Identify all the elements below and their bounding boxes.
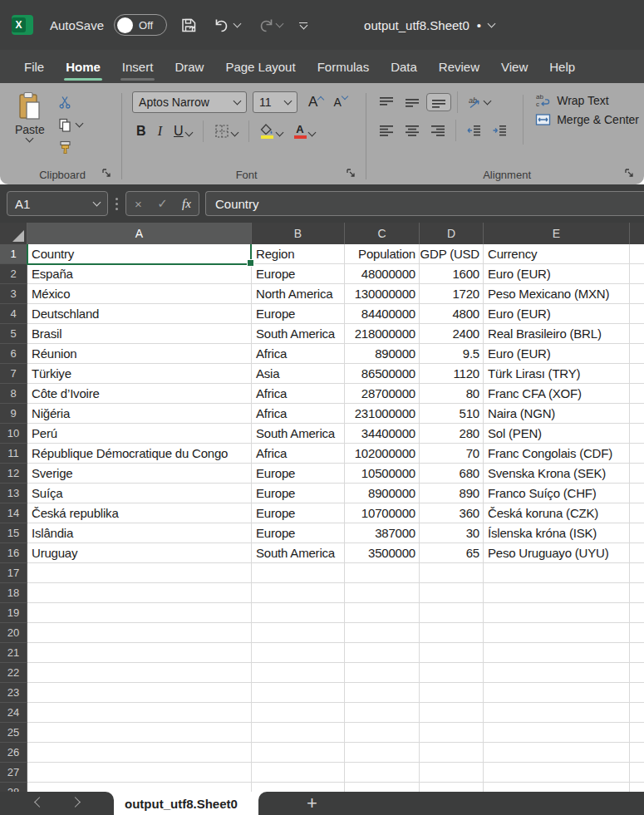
cell-A26[interactable] bbox=[27, 743, 252, 763]
tab-draw[interactable]: Draw bbox=[164, 50, 214, 83]
tab-file[interactable]: File bbox=[13, 50, 55, 83]
cell-F10[interactable] bbox=[630, 424, 644, 444]
underline-button[interactable]: U bbox=[170, 122, 196, 140]
increase-indent-button[interactable] bbox=[488, 122, 511, 139]
cell-D20[interactable] bbox=[420, 623, 484, 643]
row-header-22[interactable]: 22 bbox=[0, 663, 27, 683]
cell-A22[interactable] bbox=[27, 663, 252, 683]
cell-E18[interactable] bbox=[484, 583, 630, 603]
cell-E26[interactable] bbox=[484, 743, 630, 763]
cell-F11[interactable] bbox=[630, 444, 644, 464]
cell-E23[interactable] bbox=[484, 683, 630, 703]
cell-A3[interactable]: México bbox=[27, 284, 252, 304]
cell-A10[interactable]: Perú bbox=[27, 424, 252, 444]
cell-D17[interactable] bbox=[420, 563, 484, 583]
cell-D7[interactable]: 1120 bbox=[420, 364, 484, 384]
excel-logo-icon[interactable]: X bbox=[12, 15, 33, 35]
cell-A12[interactable]: Sverige bbox=[27, 464, 252, 484]
tab-view[interactable]: View bbox=[490, 50, 538, 83]
column-header-C[interactable]: C bbox=[345, 223, 420, 244]
cell-B13[interactable]: Europe bbox=[252, 484, 345, 503]
paste-button[interactable]: Paste bbox=[8, 90, 52, 156]
cell-C10[interactable]: 34400000 bbox=[345, 424, 420, 444]
cell-C13[interactable]: 8900000 bbox=[345, 484, 420, 503]
formula-input[interactable]: Country bbox=[205, 191, 644, 216]
cut-button[interactable] bbox=[58, 93, 82, 111]
cell-D27[interactable] bbox=[420, 763, 484, 783]
tab-review[interactable]: Review bbox=[428, 50, 490, 83]
column-header-A[interactable]: A bbox=[27, 223, 252, 244]
cell-E25[interactable] bbox=[484, 723, 630, 743]
font-color-button[interactable]: A bbox=[290, 122, 319, 140]
cell-C8[interactable]: 28700000 bbox=[345, 384, 420, 404]
cell-C25[interactable] bbox=[345, 723, 420, 743]
next-sheet-button[interactable] bbox=[70, 797, 81, 808]
cell-C11[interactable]: 102000000 bbox=[345, 444, 420, 464]
cell-E11[interactable]: Franc Congolais (CDF) bbox=[484, 444, 630, 464]
cell-F21[interactable] bbox=[630, 643, 644, 663]
cell-D6[interactable]: 9.5 bbox=[420, 344, 484, 364]
cell-D22[interactable] bbox=[420, 663, 484, 683]
row-header-16[interactable]: 16 bbox=[0, 543, 27, 563]
cell-A18[interactable] bbox=[27, 583, 252, 603]
font-name-combo[interactable]: Aptos Narrow bbox=[132, 91, 247, 113]
cell-D3[interactable]: 1720 bbox=[420, 284, 484, 304]
cell-E2[interactable]: Euro (EUR) bbox=[484, 264, 630, 284]
cell-D15[interactable]: 30 bbox=[420, 523, 484, 543]
cell-B25[interactable] bbox=[252, 723, 345, 743]
cell-D5[interactable]: 2400 bbox=[420, 324, 484, 344]
cell-B4[interactable]: Europe bbox=[252, 304, 345, 324]
align-right-button[interactable] bbox=[426, 122, 450, 139]
cell-E5[interactable]: Real Brasileiro (BRL) bbox=[484, 324, 630, 344]
cell-E8[interactable]: Franc CFA (XOF) bbox=[484, 384, 630, 404]
cell-A28[interactable] bbox=[27, 783, 252, 792]
active-sheet-tab[interactable]: output_utf8.Sheet0 bbox=[114, 792, 257, 815]
row-header-3[interactable]: 3 bbox=[0, 284, 27, 304]
cell-E10[interactable]: Sol (PEN) bbox=[484, 424, 630, 444]
cell-B28[interactable] bbox=[252, 783, 345, 792]
cell-E20[interactable] bbox=[484, 623, 630, 643]
cell-D11[interactable]: 70 bbox=[420, 444, 484, 464]
cell-B11[interactable]: Africa bbox=[252, 444, 345, 464]
cell-E1[interactable]: Currency bbox=[484, 244, 630, 264]
cell-D12[interactable]: 680 bbox=[420, 464, 484, 484]
cell-F23[interactable] bbox=[630, 683, 644, 703]
tab-formulas[interactable]: Formulas bbox=[307, 50, 381, 83]
cell-F28[interactable] bbox=[630, 783, 644, 792]
cell-F22[interactable] bbox=[630, 663, 644, 683]
cell-C26[interactable] bbox=[345, 743, 420, 763]
row-header-10[interactable]: 10 bbox=[0, 424, 27, 444]
row-header-21[interactable]: 21 bbox=[0, 643, 27, 663]
cell-A20[interactable] bbox=[27, 623, 252, 643]
row-header-14[interactable]: 14 bbox=[0, 503, 27, 523]
row-header-2[interactable]: 2 bbox=[0, 264, 27, 284]
cell-A2[interactable]: España bbox=[27, 264, 252, 284]
cell-C28[interactable] bbox=[345, 783, 420, 792]
cell-F15[interactable] bbox=[630, 523, 644, 543]
cell-F19[interactable] bbox=[630, 603, 644, 623]
cell-A24[interactable] bbox=[27, 703, 252, 723]
cell-A21[interactable] bbox=[27, 643, 252, 663]
cell-F1[interactable] bbox=[630, 244, 644, 264]
row-header-12[interactable]: 12 bbox=[0, 464, 27, 484]
tab-help[interactable]: Help bbox=[538, 50, 586, 83]
cell-E22[interactable] bbox=[484, 663, 630, 683]
select-all-button[interactable] bbox=[0, 223, 27, 244]
format-painter-button[interactable] bbox=[58, 138, 82, 156]
row-header-8[interactable]: 8 bbox=[0, 384, 27, 404]
cell-C20[interactable] bbox=[345, 623, 420, 643]
cell-E6[interactable]: Euro (EUR) bbox=[484, 344, 630, 364]
cell-D9[interactable]: 510 bbox=[420, 404, 484, 424]
cell-A13[interactable]: Suíça bbox=[27, 484, 252, 503]
cell-F4[interactable] bbox=[630, 304, 644, 324]
prev-sheet-button[interactable] bbox=[34, 797, 45, 808]
tab-page-layout[interactable]: Page Layout bbox=[214, 50, 306, 83]
add-sheet-button[interactable]: + bbox=[307, 794, 317, 813]
bold-button[interactable]: B bbox=[132, 122, 150, 140]
fill-handle[interactable] bbox=[247, 259, 254, 267]
row-header-26[interactable]: 26 bbox=[0, 743, 27, 763]
save-button[interactable] bbox=[177, 13, 201, 37]
cell-A17[interactable] bbox=[27, 563, 252, 583]
cell-B26[interactable] bbox=[252, 743, 345, 763]
cell-D19[interactable] bbox=[420, 603, 484, 623]
